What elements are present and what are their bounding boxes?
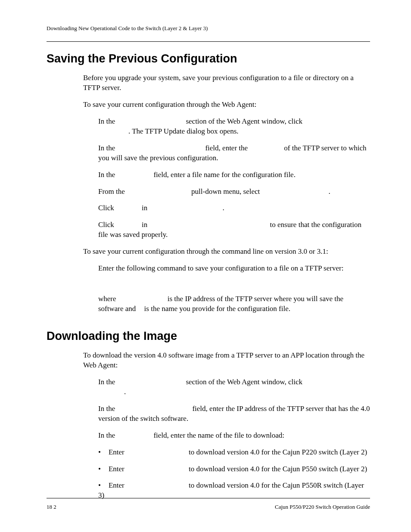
- text: .: [124, 388, 126, 396]
- s2-bullet1: •Enter to download version 4.0 for the C…: [98, 448, 370, 457]
- text: pull-down menu, select: [191, 187, 260, 196]
- text: field, enter the: [205, 144, 248, 152]
- running-header: Downloading New Operational Code to the …: [47, 25, 370, 32]
- text: Enter: [109, 465, 125, 473]
- text: field, enter the IP address of the TFTP …: [98, 404, 370, 423]
- s1-step5: Click in .: [98, 203, 370, 213]
- s1-para2: To save your current configuration throu…: [83, 100, 370, 110]
- text: In the: [98, 431, 115, 439]
- s2-step1: In the section of the Web Agent window, …: [98, 377, 370, 397]
- s2-step3: In the field, enter the name of the file…: [98, 431, 370, 441]
- s1-step3: In the field, enter a file name for the …: [98, 170, 370, 180]
- text: Click: [98, 204, 114, 212]
- s2-para1: To download the version 4.0 software ima…: [83, 351, 370, 370]
- text: section of the Web Agent window, click: [186, 117, 302, 125]
- s2-bullet2: •Enter to download version 4.0 for the C…: [98, 464, 370, 474]
- text: where: [98, 295, 116, 303]
- text: Click: [98, 221, 114, 229]
- text: In the: [98, 171, 115, 179]
- s1-para1: Before you upgrade your system, save you…: [83, 73, 370, 93]
- text: . The TFTP Update dialog box opens.: [128, 127, 239, 135]
- s1-cli: Enter the following command to save your…: [98, 264, 370, 314]
- text: section of the Web Agent window, click: [186, 378, 302, 386]
- text: In the: [98, 144, 115, 152]
- section2-body: To download the version 4.0 software ima…: [83, 351, 370, 501]
- text: to ensure that the configuration file wa…: [98, 221, 361, 239]
- page: Downloading New Operational Code to the …: [0, 0, 411, 532]
- text: field, enter the name of the file to dow…: [153, 431, 284, 439]
- doc-title: Cajun P550/P220 Switch Operation Guide: [275, 504, 370, 510]
- s1-para3: To save your current configuration throu…: [83, 247, 370, 257]
- cli-line2: where is the IP address of the TFTP serv…: [98, 294, 370, 314]
- s1-steps: In the section of the Web Agent window, …: [98, 117, 370, 240]
- s2-step2: In the field, enter the IP address of th…: [98, 404, 370, 424]
- text: to download version 4.0 for the Cajun P5…: [189, 465, 367, 473]
- s2-steps: In the section of the Web Agent window, …: [98, 377, 370, 501]
- text: in: [142, 221, 147, 229]
- page-number: 18 2: [47, 504, 56, 510]
- text: From the: [98, 187, 125, 196]
- footer: 18 2 Cajun P550/P220 Switch Operation Gu…: [47, 504, 370, 510]
- text: In the: [98, 378, 115, 386]
- top-rule: [47, 41, 370, 42]
- text: to download version 4.0 for the Cajun P2…: [189, 448, 367, 456]
- text: to download version 4.0 for the Cajun P5…: [98, 481, 364, 499]
- cli-line1: Enter the following command to save your…: [98, 264, 370, 274]
- bottom-rule: [47, 498, 370, 498]
- text: is the name you provide for the configur…: [144, 305, 290, 313]
- text: field, enter a file name for the configu…: [153, 171, 295, 179]
- section2-title: Downloading the Image: [47, 330, 370, 343]
- s1-step6: Click in to ensure that the configuratio…: [98, 220, 370, 240]
- text: in: [142, 204, 147, 212]
- text: .: [223, 204, 224, 212]
- text: Enter: [109, 481, 125, 489]
- text: Enter: [109, 448, 125, 456]
- text: In the: [98, 117, 115, 125]
- section1-body: Before you upgrade your system, save you…: [83, 73, 370, 314]
- s1-step2: In the field, enter the of the TFTP serv…: [98, 143, 370, 163]
- s1-step4: From the pull-down menu, select .: [98, 187, 370, 197]
- cli-blank: [98, 280, 370, 287]
- section1-title: Saving the Previous Configuration: [47, 52, 370, 65]
- text: .: [328, 187, 330, 196]
- text: In the: [98, 404, 115, 413]
- s1-step1: In the section of the Web Agent window, …: [98, 117, 370, 137]
